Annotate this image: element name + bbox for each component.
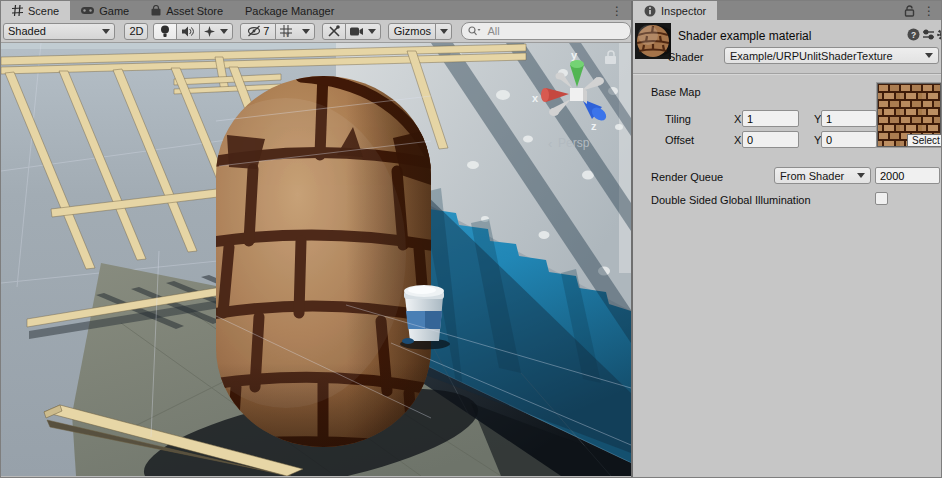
inspector-body: Shader example material ? Shader Exam: [633, 20, 942, 478]
shader-dropdown[interactable]: Example/URPUnlitShaderTexture: [724, 47, 939, 64]
base-map-label: Base Map: [651, 86, 701, 98]
camera-icon: [350, 27, 364, 36]
tab-inspector[interactable]: Inspector: [633, 1, 717, 20]
presets-icon[interactable]: [922, 28, 935, 41]
shader-value: Example/URPUnlitShaderTexture: [730, 50, 893, 62]
scene-pane-menu-icon[interactable]: ⋮: [611, 5, 623, 17]
asset-store-bag-icon: [151, 5, 161, 16]
chevron-down-icon: [302, 29, 310, 34]
svg-text:?: ?: [911, 30, 916, 40]
audio-toggle-button[interactable]: [176, 23, 200, 40]
scene-grid-icon: [12, 5, 23, 16]
tab-package-manager-label: Package Manager: [245, 5, 334, 17]
2d-toggle-button[interactable]: 2D: [124, 23, 148, 40]
gizmos-dropdown-button[interactable]: [435, 23, 452, 40]
offset-x-input[interactable]: [742, 131, 799, 148]
search-icon: [468, 26, 481, 36]
scene-tabstrip: Scene Game Asset Store Package Manager ⋮: [1, 1, 631, 20]
render-queue-dropdown[interactable]: From Shader: [774, 167, 871, 184]
lock-icon[interactable]: [904, 5, 915, 17]
dsgi-label: Double Sided Global Illumination: [651, 194, 811, 206]
inspector-panel: Inspector ⋮: [631, 1, 942, 478]
2d-label: 2D: [129, 25, 143, 37]
grid-snap-icon: Y: [280, 25, 292, 37]
shading-mode-label: Shaded: [8, 25, 46, 37]
render-queue-label: Render Queue: [651, 171, 723, 183]
tab-game-label: Game: [99, 5, 129, 17]
tab-scene-label: Scene: [28, 5, 59, 17]
projection-label[interactable]: Persp: [558, 136, 590, 150]
divider: [633, 73, 942, 74]
search-input[interactable]: [485, 24, 609, 38]
chevron-down-icon: [857, 173, 865, 178]
chevron-down-icon: [220, 29, 228, 34]
texture-select-button[interactable]: Select: [907, 134, 942, 147]
lighting-toggle-button[interactable]: [153, 23, 177, 40]
chevron-down-icon: [440, 29, 448, 34]
scene-viewport[interactable]: y x z ‹ Persp: [1, 43, 631, 476]
tab-package-manager[interactable]: Package Manager: [234, 1, 345, 20]
chevron-down-icon: [102, 29, 110, 34]
tiling-label: Tiling: [665, 113, 691, 125]
tab-game[interactable]: Game: [70, 1, 140, 20]
tools-icon: [328, 25, 340, 37]
unity-editor-window: Scene Game Asset Store Package Manager ⋮…: [0, 0, 942, 478]
gizmos-label: Gizmos: [394, 25, 431, 37]
axis-x-label: x: [532, 92, 539, 104]
tiling-x-axis-label[interactable]: X: [734, 113, 741, 125]
info-icon: [644, 5, 656, 17]
axis-z-label: z: [591, 120, 597, 132]
offset-y-input[interactable]: [821, 131, 877, 148]
help-icon[interactable]: ?: [907, 28, 920, 41]
chevron-down-icon: [368, 29, 376, 34]
gizmo-cube[interactable]: [570, 88, 583, 101]
scene-visibility-button[interactable]: 7: [240, 23, 276, 40]
tiling-x-input[interactable]: [742, 110, 799, 127]
render-queue-value-input[interactable]: [875, 167, 940, 184]
effects-star-icon: [204, 26, 215, 37]
editor-tools-button[interactable]: [322, 23, 346, 40]
shader-label: Shader: [668, 51, 703, 63]
hidden-count: 7: [263, 25, 269, 37]
offset-x-axis-label[interactable]: X: [734, 134, 741, 146]
tab-asset-store[interactable]: Asset Store: [140, 1, 234, 20]
speaker-icon: [182, 26, 194, 37]
effects-dropdown-button[interactable]: [199, 23, 233, 40]
render-queue-mode: From Shader: [780, 170, 844, 182]
offset-label: Offset: [665, 134, 694, 146]
inspector-menu-icon[interactable]: ⋮: [923, 5, 935, 17]
tab-asset-store-label: Asset Store: [166, 5, 223, 17]
lightbulb-icon: [160, 25, 170, 38]
tab-inspector-label: Inspector: [661, 5, 706, 17]
gizmos-button[interactable]: Gizmos: [388, 23, 436, 40]
gamepad-icon: [81, 6, 94, 15]
scene-toolbar: Shaded 2D: [1, 20, 631, 43]
scene-search-box[interactable]: [461, 22, 631, 40]
tab-scene[interactable]: Scene: [1, 1, 70, 20]
tiling-y-input[interactable]: [821, 110, 877, 127]
material-title: Shader example material: [678, 29, 811, 43]
persp-chevron-icon: ‹: [548, 136, 552, 151]
shading-mode-dropdown[interactable]: Shaded: [3, 23, 115, 40]
dsgi-checkbox[interactable]: [875, 192, 888, 205]
chevron-down-icon: [925, 53, 933, 58]
material-preview-sphere[interactable]: [635, 23, 671, 59]
camera-settings-button[interactable]: [345, 23, 381, 40]
eye-off-icon: [247, 25, 262, 37]
gear-icon[interactable]: [936, 28, 942, 41]
axis-y-label: y: [571, 49, 578, 61]
grid-settings-button[interactable]: Y: [275, 23, 315, 40]
inspector-tabstrip: Inspector ⋮: [633, 1, 942, 20]
svg-text:Y: Y: [286, 32, 290, 38]
